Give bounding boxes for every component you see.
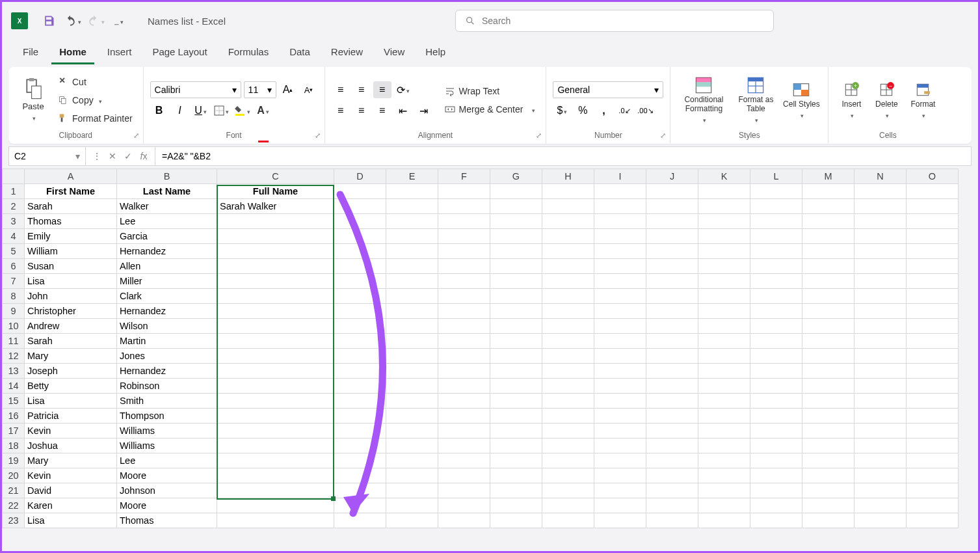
bold-button[interactable]: B (150, 102, 168, 119)
cell-J12[interactable] (646, 349, 698, 364)
cell-J20[interactable] (646, 468, 698, 483)
cell-K23[interactable] (698, 513, 750, 528)
cell-L6[interactable] (750, 259, 802, 274)
cell-G22[interactable] (490, 498, 542, 513)
cell-N18[interactable] (854, 438, 907, 453)
cell-K20[interactable] (698, 468, 750, 483)
cell-N5[interactable] (854, 244, 907, 259)
cell-F10[interactable] (438, 319, 490, 334)
cell-M16[interactable] (802, 409, 854, 424)
cell-M5[interactable] (802, 244, 854, 259)
cell-A10[interactable]: Andrew (25, 319, 117, 334)
cell-N9[interactable] (854, 304, 907, 319)
cell-C22[interactable] (217, 498, 334, 513)
cell-I21[interactable] (594, 483, 646, 498)
cell-A9[interactable]: Christopher (25, 304, 117, 319)
cell-J5[interactable] (646, 244, 698, 259)
cell-D17[interactable] (334, 424, 386, 438)
cell-E9[interactable] (386, 304, 438, 319)
cell-G14[interactable] (490, 379, 542, 394)
alignment-dialog-launcher[interactable]: ⤢ (536, 131, 542, 140)
cell-N1[interactable] (854, 184, 907, 199)
cell-E16[interactable] (386, 409, 438, 424)
cell-I19[interactable] (594, 453, 646, 468)
cell-O9[interactable] (907, 304, 959, 319)
cell-D12[interactable] (334, 349, 386, 364)
cell-F6[interactable] (438, 259, 490, 274)
col-header-L[interactable]: L (750, 169, 802, 184)
conditional-formatting-button[interactable]: Conditional Formatting (677, 71, 730, 129)
cell-K5[interactable] (698, 244, 750, 259)
cell-A21[interactable]: David (25, 483, 117, 498)
cell-A19[interactable]: Mary (25, 453, 117, 468)
cell-E1[interactable] (386, 184, 438, 199)
row-header-2[interactable]: 2 (3, 199, 25, 214)
cell-K10[interactable] (698, 319, 750, 334)
cell-I1[interactable] (594, 184, 646, 199)
cell-I6[interactable] (594, 259, 646, 274)
cell-M8[interactable] (802, 289, 854, 304)
cell-J10[interactable] (646, 319, 698, 334)
cell-A6[interactable]: Susan (25, 259, 117, 274)
cell-A12[interactable]: Mary (25, 349, 117, 364)
cell-H18[interactable] (542, 438, 594, 453)
cell-F1[interactable] (438, 184, 490, 199)
cell-H21[interactable] (542, 483, 594, 498)
cell-D3[interactable] (334, 214, 386, 229)
cell-K17[interactable] (698, 424, 750, 438)
cell-F18[interactable] (438, 438, 490, 453)
cell-I18[interactable] (594, 438, 646, 453)
cell-M15[interactable] (802, 394, 854, 409)
cell-C4[interactable] (217, 229, 334, 244)
cell-K18[interactable] (698, 438, 750, 453)
cell-O16[interactable] (907, 409, 959, 424)
cell-E6[interactable] (386, 259, 438, 274)
cell-K6[interactable] (698, 259, 750, 274)
row-header-9[interactable]: 9 (3, 304, 25, 319)
cell-M2[interactable] (802, 199, 854, 214)
tab-view[interactable]: View (376, 41, 412, 64)
cell-D22[interactable] (334, 498, 386, 513)
increase-decimal-button[interactable]: .0↙ (615, 102, 633, 119)
cell-L20[interactable] (750, 468, 802, 483)
cell-N23[interactable] (854, 513, 907, 528)
cell-C20[interactable] (217, 468, 334, 483)
tab-data[interactable]: Data (282, 41, 318, 64)
cell-C13[interactable] (217, 364, 334, 379)
cell-O21[interactable] (907, 483, 959, 498)
name-box[interactable]: C2▾ (9, 147, 86, 165)
tab-file[interactable]: File (15, 41, 46, 64)
cell-D14[interactable] (334, 379, 386, 394)
cell-C6[interactable] (217, 259, 334, 274)
cell-K16[interactable] (698, 409, 750, 424)
increase-indent-button[interactable]: ⇥ (415, 102, 433, 119)
cell-B14[interactable]: Robinson (117, 379, 217, 394)
cell-H6[interactable] (542, 259, 594, 274)
paste-button[interactable]: Paste (15, 71, 51, 129)
cell-L8[interactable] (750, 289, 802, 304)
cell-O18[interactable] (907, 438, 959, 453)
cell-A15[interactable]: Lisa (25, 394, 117, 409)
cell-A20[interactable]: Kevin (25, 468, 117, 483)
cell-O12[interactable] (907, 349, 959, 364)
cell-E4[interactable] (386, 229, 438, 244)
cell-G1[interactable] (490, 184, 542, 199)
cell-A18[interactable]: Joshua (25, 438, 117, 453)
cell-I17[interactable] (594, 424, 646, 438)
cell-styles-button[interactable]: Cell Styles (781, 71, 821, 129)
cell-K3[interactable] (698, 214, 750, 229)
cell-G12[interactable] (490, 349, 542, 364)
cell-G11[interactable] (490, 334, 542, 349)
cell-J23[interactable] (646, 513, 698, 528)
row-header-16[interactable]: 16 (3, 409, 25, 424)
cell-B15[interactable]: Smith (117, 394, 217, 409)
cell-I13[interactable] (594, 364, 646, 379)
cell-J17[interactable] (646, 424, 698, 438)
cell-F2[interactable] (438, 199, 490, 214)
row-header-13[interactable]: 13 (3, 364, 25, 379)
tab-formulas[interactable]: Formulas (220, 41, 277, 64)
cell-B21[interactable]: Johnson (117, 483, 217, 498)
cell-K13[interactable] (698, 364, 750, 379)
cell-I5[interactable] (594, 244, 646, 259)
col-header-H[interactable]: H (542, 169, 594, 184)
